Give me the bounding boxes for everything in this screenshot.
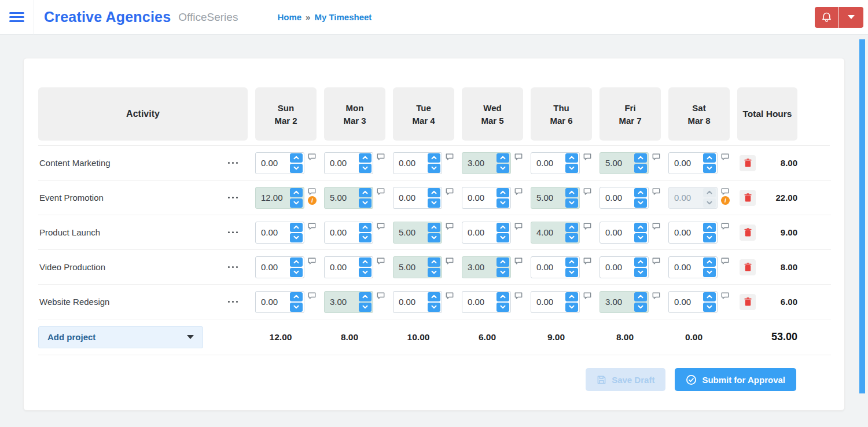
decrement-button[interactable] (496, 303, 509, 312)
comment-icon[interactable] (446, 188, 454, 195)
breadcrumb-home-link[interactable]: Home (277, 12, 301, 22)
comment-icon[interactable] (721, 223, 729, 230)
decrement-button[interactable] (634, 303, 647, 312)
hours-input[interactable] (531, 153, 565, 174)
add-project-dropdown[interactable]: Add project (38, 326, 203, 348)
increment-button[interactable] (565, 257, 578, 267)
hours-input[interactable] (462, 187, 496, 208)
comment-icon[interactable] (514, 153, 523, 160)
increment-button[interactable] (703, 223, 716, 232)
decrement-button[interactable] (565, 164, 578, 173)
user-menu-button[interactable] (838, 7, 863, 28)
decrement-button[interactable] (290, 268, 303, 277)
comment-icon[interactable] (583, 292, 591, 299)
increment-button[interactable] (496, 257, 509, 267)
breadcrumb-current-link[interactable]: My Timesheet (314, 12, 372, 22)
increment-button[interactable] (428, 257, 440, 267)
hours-input[interactable] (393, 257, 428, 278)
decrement-button[interactable] (565, 233, 578, 242)
row-menu-button[interactable] (227, 299, 240, 305)
decrement-button[interactable] (703, 303, 716, 312)
comment-icon[interactable] (446, 257, 454, 264)
comment-icon[interactable] (446, 292, 454, 299)
hours-input[interactable] (325, 257, 359, 278)
decrement-button[interactable] (703, 233, 716, 242)
decrement-button[interactable] (359, 198, 372, 208)
decrement-button[interactable] (359, 164, 372, 173)
decrement-button[interactable] (359, 268, 372, 277)
decrement-button[interactable] (428, 233, 440, 242)
delete-row-button[interactable] (740, 155, 756, 171)
comment-icon[interactable] (583, 153, 591, 160)
increment-button[interactable] (428, 223, 440, 232)
hours-input[interactable] (462, 153, 496, 174)
increment-button[interactable] (496, 188, 509, 197)
decrement-button[interactable] (496, 233, 509, 242)
increment-button[interactable] (290, 257, 303, 267)
decrement-button[interactable] (634, 233, 647, 242)
delete-row-button[interactable] (740, 294, 756, 310)
decrement-button[interactable] (290, 198, 303, 208)
comment-icon[interactable] (377, 257, 385, 264)
comment-icon[interactable] (583, 223, 591, 230)
comment-icon[interactable] (652, 188, 660, 195)
decrement-button[interactable] (634, 268, 647, 277)
decrement-button[interactable] (565, 198, 578, 208)
hours-input[interactable] (600, 257, 634, 278)
decrement-button[interactable] (290, 164, 303, 173)
notifications-button[interactable] (815, 7, 838, 28)
hours-input[interactable] (669, 222, 703, 243)
increment-button[interactable] (290, 223, 303, 232)
hours-input[interactable] (531, 257, 565, 278)
increment-button[interactable] (565, 223, 578, 232)
comment-icon[interactable] (377, 153, 385, 160)
increment-button[interactable] (428, 292, 440, 301)
hours-input[interactable] (325, 153, 359, 174)
comment-icon[interactable] (514, 223, 523, 230)
comment-icon[interactable] (583, 188, 591, 195)
increment-button[interactable] (634, 188, 647, 197)
decrement-button[interactable] (428, 303, 440, 312)
row-menu-button[interactable] (227, 160, 240, 167)
hours-input[interactable] (669, 257, 703, 278)
decrement-button[interactable] (428, 198, 440, 208)
decrement-button[interactable] (703, 164, 716, 173)
increment-button[interactable] (290, 188, 303, 197)
hours-input[interactable] (325, 187, 359, 208)
decrement-button[interactable] (496, 198, 509, 208)
increment-button[interactable] (634, 292, 647, 301)
increment-button[interactable] (565, 188, 578, 197)
hours-input[interactable] (531, 292, 565, 312)
vertical-scrollbar[interactable] (859, 39, 865, 393)
increment-button[interactable] (290, 292, 303, 301)
increment-button[interactable] (703, 153, 716, 163)
comment-icon[interactable] (377, 188, 385, 195)
increment-button[interactable] (359, 292, 372, 301)
decrement-button[interactable] (428, 164, 440, 173)
comment-icon[interactable] (377, 223, 385, 230)
delete-row-button[interactable] (740, 224, 756, 241)
decrement-button[interactable] (634, 198, 647, 208)
decrement-button[interactable] (565, 303, 578, 312)
increment-button[interactable] (428, 153, 440, 163)
hours-input[interactable] (531, 187, 565, 208)
hours-input[interactable] (393, 292, 428, 312)
comment-icon[interactable] (652, 223, 660, 230)
comment-icon[interactable] (308, 223, 316, 230)
comment-icon[interactable] (308, 188, 316, 195)
hours-input[interactable] (325, 292, 359, 312)
hours-input[interactable] (600, 292, 634, 312)
delete-row-button[interactable] (740, 190, 756, 206)
decrement-button[interactable] (290, 303, 303, 312)
hours-input[interactable] (531, 222, 565, 243)
comment-icon[interactable] (721, 153, 729, 160)
increment-button[interactable] (496, 153, 509, 163)
hamburger-menu-icon[interactable] (0, 0, 34, 35)
hours-input[interactable] (462, 257, 496, 278)
row-menu-button[interactable] (227, 264, 240, 271)
decrement-button[interactable] (359, 303, 372, 312)
increment-button[interactable] (565, 153, 578, 163)
comment-icon[interactable] (721, 188, 729, 195)
hours-input[interactable] (669, 292, 703, 312)
increment-button[interactable] (359, 188, 372, 197)
